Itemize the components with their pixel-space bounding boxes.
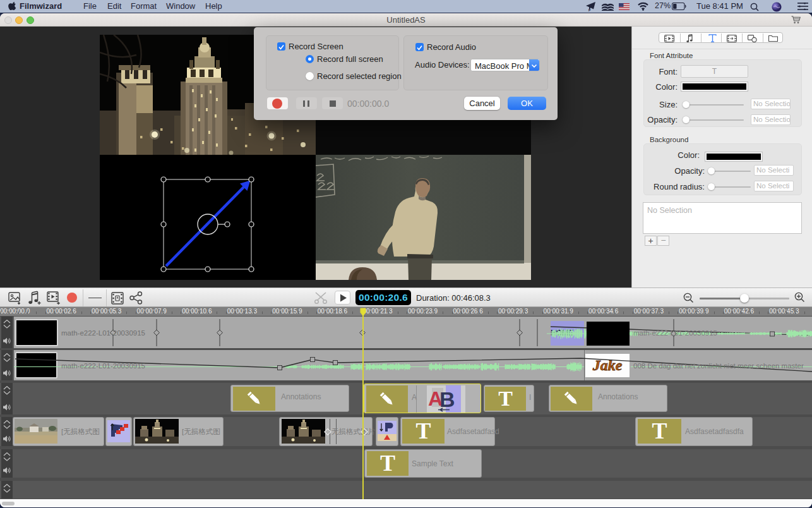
svg-text:P: P [588, 8, 591, 12]
svg-text:B: B [439, 387, 455, 411]
